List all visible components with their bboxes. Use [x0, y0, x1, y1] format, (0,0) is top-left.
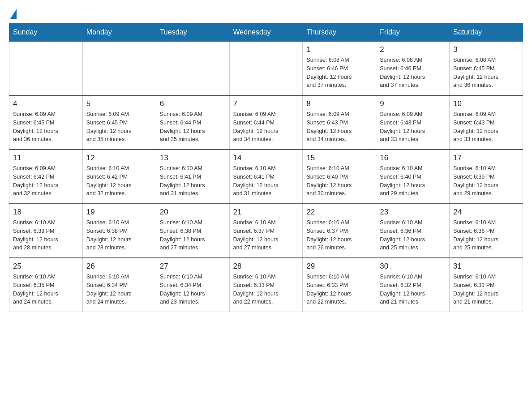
day-number: 16 — [380, 154, 446, 163]
day-number: 7 — [233, 99, 299, 108]
calendar-cell: 10Sunrise: 6:09 AM Sunset: 6:43 PM Dayli… — [450, 95, 523, 150]
calendar-cell: 11Sunrise: 6:09 AM Sunset: 6:42 PM Dayli… — [9, 150, 83, 204]
logo — [9, 9, 17, 15]
calendar-cell — [156, 41, 229, 95]
day-info: Sunrise: 6:09 AM Sunset: 6:42 PM Dayligh… — [13, 164, 79, 198]
day-number: 29 — [306, 262, 372, 271]
day-info: Sunrise: 6:09 AM Sunset: 6:44 PM Dayligh… — [160, 110, 226, 144]
day-info: Sunrise: 6:10 AM Sunset: 6:32 PM Dayligh… — [380, 273, 446, 306]
day-number: 13 — [160, 154, 226, 163]
day-info: Sunrise: 6:10 AM Sunset: 6:41 PM Dayligh… — [233, 164, 299, 198]
day-info: Sunrise: 6:09 AM Sunset: 6:45 PM Dayligh… — [13, 110, 79, 144]
logo-line1 — [9, 9, 17, 17]
calendar-week-2: 4Sunrise: 6:09 AM Sunset: 6:45 PM Daylig… — [9, 95, 523, 150]
day-number: 14 — [233, 154, 299, 163]
calendar-cell: 3Sunrise: 6:08 AM Sunset: 6:45 PM Daylig… — [450, 41, 523, 95]
day-number: 8 — [306, 99, 372, 108]
day-number: 11 — [13, 154, 79, 163]
day-info: Sunrise: 6:09 AM Sunset: 6:45 PM Dayligh… — [86, 110, 152, 144]
weekday-header-friday: Friday — [376, 24, 450, 42]
calendar-cell — [82, 41, 156, 95]
day-number: 30 — [380, 262, 446, 271]
day-info: Sunrise: 6:10 AM Sunset: 6:41 PM Dayligh… — [160, 164, 226, 198]
day-number: 4 — [13, 99, 79, 108]
calendar-cell: 21Sunrise: 6:10 AM Sunset: 6:37 PM Dayli… — [229, 204, 303, 258]
calendar-cell: 9Sunrise: 6:09 AM Sunset: 6:43 PM Daylig… — [376, 95, 450, 150]
calendar-cell — [9, 41, 83, 95]
calendar-cell: 15Sunrise: 6:10 AM Sunset: 6:40 PM Dayli… — [303, 150, 376, 204]
calendar-cell: 25Sunrise: 6:10 AM Sunset: 6:35 PM Dayli… — [9, 258, 83, 312]
day-info: Sunrise: 6:10 AM Sunset: 6:37 PM Dayligh… — [233, 218, 299, 252]
calendar-cell: 5Sunrise: 6:09 AM Sunset: 6:45 PM Daylig… — [82, 95, 156, 150]
calendar-table: SundayMondayTuesdayWednesdayThursdayFrid… — [9, 23, 523, 312]
calendar-week-1: 1Sunrise: 6:08 AM Sunset: 6:46 PM Daylig… — [9, 41, 523, 95]
day-number: 25 — [13, 262, 79, 271]
calendar-cell: 26Sunrise: 6:10 AM Sunset: 6:34 PM Dayli… — [82, 258, 156, 312]
calendar-body: 1Sunrise: 6:08 AM Sunset: 6:46 PM Daylig… — [9, 41, 523, 312]
weekday-header-row: SundayMondayTuesdayWednesdayThursdayFrid… — [9, 24, 523, 42]
day-number: 27 — [160, 262, 226, 271]
calendar-header: SundayMondayTuesdayWednesdayThursdayFrid… — [9, 24, 523, 42]
page-header — [9, 9, 523, 15]
calendar-cell: 24Sunrise: 6:10 AM Sunset: 6:36 PM Dayli… — [450, 204, 523, 258]
calendar-cell: 19Sunrise: 6:10 AM Sunset: 6:38 PM Dayli… — [82, 204, 156, 258]
day-number: 1 — [306, 45, 372, 54]
day-number: 3 — [453, 45, 519, 54]
day-number: 18 — [13, 208, 79, 217]
day-number: 5 — [86, 99, 152, 108]
day-info: Sunrise: 6:10 AM Sunset: 6:40 PM Dayligh… — [380, 164, 446, 198]
calendar-week-4: 18Sunrise: 6:10 AM Sunset: 6:39 PM Dayli… — [9, 204, 523, 258]
day-number: 15 — [306, 154, 372, 163]
calendar-cell: 20Sunrise: 6:10 AM Sunset: 6:38 PM Dayli… — [156, 204, 229, 258]
calendar-week-5: 25Sunrise: 6:10 AM Sunset: 6:35 PM Dayli… — [9, 258, 523, 312]
calendar-cell: 2Sunrise: 6:08 AM Sunset: 6:46 PM Daylig… — [376, 41, 450, 95]
calendar-cell: 18Sunrise: 6:10 AM Sunset: 6:39 PM Dayli… — [9, 204, 83, 258]
day-info: Sunrise: 6:08 AM Sunset: 6:45 PM Dayligh… — [453, 56, 519, 90]
day-info: Sunrise: 6:10 AM Sunset: 6:33 PM Dayligh… — [306, 273, 372, 306]
day-info: Sunrise: 6:10 AM Sunset: 6:38 PM Dayligh… — [86, 218, 152, 252]
day-info: Sunrise: 6:10 AM Sunset: 6:36 PM Dayligh… — [380, 218, 446, 252]
day-info: Sunrise: 6:09 AM Sunset: 6:43 PM Dayligh… — [306, 110, 372, 144]
calendar-cell: 31Sunrise: 6:10 AM Sunset: 6:31 PM Dayli… — [450, 258, 523, 312]
calendar-week-3: 11Sunrise: 6:09 AM Sunset: 6:42 PM Dayli… — [9, 150, 523, 204]
day-info: Sunrise: 6:10 AM Sunset: 6:39 PM Dayligh… — [13, 218, 79, 252]
calendar-cell: 17Sunrise: 6:10 AM Sunset: 6:39 PM Dayli… — [450, 150, 523, 204]
calendar-cell: 30Sunrise: 6:10 AM Sunset: 6:32 PM Dayli… — [376, 258, 450, 312]
day-number: 21 — [233, 208, 299, 217]
day-info: Sunrise: 6:10 AM Sunset: 6:37 PM Dayligh… — [306, 218, 372, 252]
calendar-cell: 6Sunrise: 6:09 AM Sunset: 6:44 PM Daylig… — [156, 95, 229, 150]
day-number: 6 — [160, 99, 226, 108]
day-number: 31 — [453, 262, 519, 271]
weekday-header-monday: Monday — [82, 24, 156, 42]
calendar-cell — [229, 41, 303, 95]
day-info: Sunrise: 6:10 AM Sunset: 6:34 PM Dayligh… — [86, 273, 152, 306]
weekday-header-wednesday: Wednesday — [229, 24, 303, 42]
day-info: Sunrise: 6:08 AM Sunset: 6:46 PM Dayligh… — [306, 56, 372, 90]
calendar-cell: 27Sunrise: 6:10 AM Sunset: 6:34 PM Dayli… — [156, 258, 229, 312]
calendar-cell: 12Sunrise: 6:10 AM Sunset: 6:42 PM Dayli… — [82, 150, 156, 204]
calendar-cell: 8Sunrise: 6:09 AM Sunset: 6:43 PM Daylig… — [303, 95, 376, 150]
calendar-cell: 7Sunrise: 6:09 AM Sunset: 6:44 PM Daylig… — [229, 95, 303, 150]
day-number: 28 — [233, 262, 299, 271]
logo-triangle-icon — [10, 9, 17, 19]
day-number: 24 — [453, 208, 519, 217]
day-number: 19 — [86, 208, 152, 217]
day-number: 22 — [306, 208, 372, 217]
calendar-cell: 29Sunrise: 6:10 AM Sunset: 6:33 PM Dayli… — [303, 258, 376, 312]
day-number: 9 — [380, 99, 446, 108]
day-info: Sunrise: 6:10 AM Sunset: 6:33 PM Dayligh… — [233, 273, 299, 306]
weekday-header-sunday: Sunday — [9, 24, 83, 42]
day-number: 12 — [86, 154, 152, 163]
day-info: Sunrise: 6:09 AM Sunset: 6:44 PM Dayligh… — [233, 110, 299, 144]
calendar-cell: 28Sunrise: 6:10 AM Sunset: 6:33 PM Dayli… — [229, 258, 303, 312]
calendar-cell: 1Sunrise: 6:08 AM Sunset: 6:46 PM Daylig… — [303, 41, 376, 95]
day-number: 10 — [453, 99, 519, 108]
day-info: Sunrise: 6:10 AM Sunset: 6:38 PM Dayligh… — [160, 218, 226, 252]
weekday-header-saturday: Saturday — [450, 24, 523, 42]
calendar-cell: 13Sunrise: 6:10 AM Sunset: 6:41 PM Dayli… — [156, 150, 229, 204]
calendar-cell: 16Sunrise: 6:10 AM Sunset: 6:40 PM Dayli… — [376, 150, 450, 204]
day-number: 17 — [453, 154, 519, 163]
day-info: Sunrise: 6:10 AM Sunset: 6:34 PM Dayligh… — [160, 273, 226, 306]
day-info: Sunrise: 6:10 AM Sunset: 6:35 PM Dayligh… — [13, 273, 79, 306]
calendar-cell: 23Sunrise: 6:10 AM Sunset: 6:36 PM Dayli… — [376, 204, 450, 258]
